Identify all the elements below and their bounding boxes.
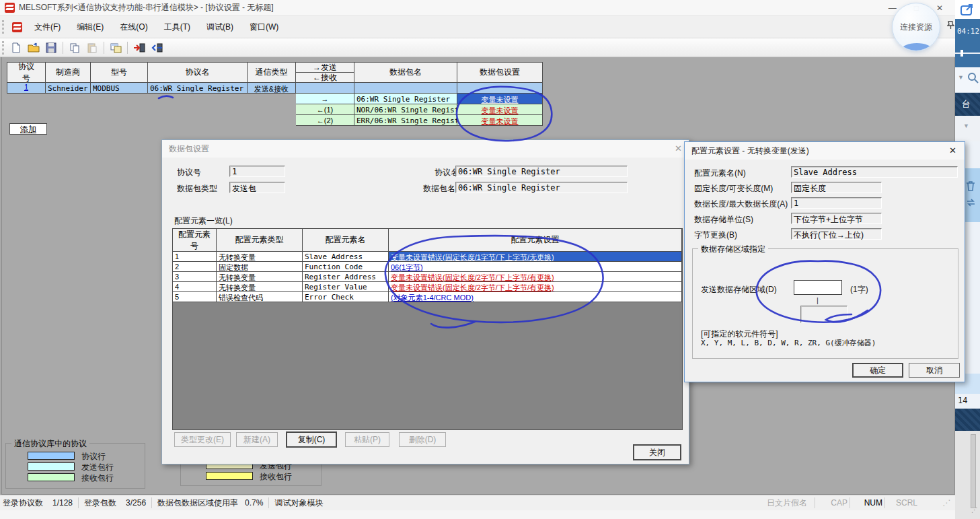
pin-icon[interactable] [947, 21, 954, 30]
ok-button[interactable]: 确定 [852, 363, 903, 378]
bubble-label: 连接资源 [900, 22, 932, 33]
element-row-name[interactable]: Function Code [303, 262, 389, 272]
element-row-name[interactable]: Error Check [303, 292, 389, 302]
menu-edit[interactable]: 编辑(E) [69, 19, 112, 36]
element-row-no[interactable]: 5 [173, 292, 217, 302]
background-app-station-row[interactable]: 台 [955, 93, 980, 116]
protocol-no-field[interactable]: 1 [229, 166, 285, 177]
add-protocol-button[interactable]: 添加 [9, 123, 47, 135]
packet-row-dir[interactable]: → [296, 94, 354, 104]
element-row-name[interactable]: Register Address [303, 272, 389, 282]
share-icon[interactable] [960, 3, 975, 16]
dialog-title: 数据包设置 [162, 140, 689, 158]
packet-row-name[interactable]: 06:WR Single Register [354, 94, 457, 104]
packet-name-field[interactable]: 06:WR Single Register [455, 182, 628, 193]
element-row-type[interactable]: 错误检查代码 [217, 292, 303, 302]
cancel-button[interactable]: 取消 [909, 363, 960, 378]
close-icon[interactable]: ✕ [675, 143, 682, 153]
repeat-icon[interactable] [966, 198, 976, 207]
menu-online[interactable]: 在线(O) [112, 19, 155, 36]
menu-debug[interactable]: 调试(B) [198, 19, 241, 36]
element-row-type[interactable]: 固定数据 [217, 262, 303, 272]
menu-window[interactable]: 窗口(W) [241, 19, 287, 36]
length-type-label: 固定长度/可变长度(M) [694, 183, 773, 195]
packet-row-name[interactable]: NOR/06:WR Single Register [354, 104, 457, 115]
data-length-field[interactable]: 1 [791, 197, 882, 209]
minimize-button[interactable]: — [889, 3, 897, 13]
secondary-storage-input[interactable] [800, 306, 847, 323]
protocol-row-packet-name-cell[interactable] [354, 83, 457, 94]
delete-button[interactable]: 删除(D) [399, 432, 446, 447]
close-button[interactable]: ✕ [936, 3, 943, 13]
save-icon[interactable] [43, 40, 59, 55]
protocol-row-comm-type[interactable]: 发送&接收 [248, 83, 296, 94]
element-row-no[interactable]: 3 [173, 272, 217, 282]
element-row-setting-error[interactable]: 变量未设置错误(固定长度/2字节/下上字节/有更换) [389, 282, 682, 292]
read-from-module-icon[interactable] [149, 40, 165, 55]
element-row-no[interactable]: 4 [173, 282, 217, 292]
protocol-row-no[interactable]: 1 [7, 83, 46, 94]
status-value: 3/256 [126, 498, 146, 508]
element-row-name[interactable]: Register Value [303, 282, 389, 292]
send-storage-area-input[interactable] [794, 280, 842, 295]
length-type-field[interactable]: 固定长度 [791, 182, 882, 193]
protocol-row-dir-cell[interactable] [296, 83, 354, 94]
element-name-field[interactable]: Slave Address [791, 166, 958, 178]
new-file-icon[interactable] [8, 40, 24, 55]
element-row-setting-link[interactable]: 06(1字节) [389, 262, 682, 272]
packet-row-dir[interactable]: ←(1) [296, 104, 354, 115]
change-type-button[interactable]: 类型更改(E) [174, 432, 231, 447]
legend-swatch-recv-line [28, 473, 75, 481]
row-number: 14 [958, 396, 967, 405]
element-row-name[interactable]: Slave Address [303, 252, 389, 262]
chevron-down-icon[interactable]: ▼ [963, 123, 969, 129]
packet-row-setting-selected[interactable]: 变量未设置 [457, 94, 543, 104]
connect-resource-bubble[interactable]: 连接资源 [892, 3, 940, 51]
element-row-setting-selected[interactable]: 变量未设置错误(固定长度/1字节/下上字节/无更换) [389, 252, 682, 262]
copy-button[interactable]: 复制(C) [286, 431, 337, 448]
scrollbar[interactable] [971, 434, 976, 508]
slider-track[interactable] [955, 53, 980, 54]
title-bar: MELSOFT系列<通信协议支持功能-串行通信模块> - [协议设置 - 无标题… [0, 0, 955, 16]
protocol-name-field[interactable]: 06:WR Single Register [455, 166, 628, 177]
search-icon[interactable] [967, 72, 979, 83]
close-icon[interactable]: ✕ [949, 145, 956, 155]
open-file-icon[interactable] [26, 40, 42, 55]
element-row-type[interactable]: 无转换变量 [217, 282, 303, 292]
col-header-protocol-name: 协议名 [148, 62, 248, 83]
packet-row-name[interactable]: ERR/06:WR Single Register [354, 115, 457, 126]
new-button[interactable]: 新建(A) [236, 432, 278, 447]
chevron-down-icon[interactable]: ▼ [958, 74, 964, 81]
packet-row-setting[interactable]: 变量未设置 [457, 104, 543, 115]
element-row-type[interactable]: 无转换变量 [217, 252, 303, 262]
menu-file[interactable]: 文件(F) [26, 19, 69, 36]
element-row-no[interactable]: 2 [173, 262, 217, 272]
trash-icon[interactable] [966, 180, 975, 191]
element-row-setting-link[interactable]: (对象元素1-4/CRC MOD) [389, 292, 682, 302]
col-header-protocol-no: 协议 号 [7, 62, 46, 83]
protocol-row-packet-setting-cell[interactable] [457, 83, 543, 94]
close-dialog-button[interactable]: 关闭 [633, 444, 681, 460]
protocol-row-name[interactable]: 06:WR Single Register [148, 83, 248, 94]
storage-unit-field[interactable]: 下位字节+上位字节 [791, 213, 882, 224]
slider-knob[interactable] [960, 50, 963, 57]
menu-tools[interactable]: 工具(T) [156, 19, 198, 36]
packet-row-dir[interactable]: ←(2) [296, 115, 354, 126]
byte-swap-field[interactable]: 不执行(下位→上位) [791, 228, 882, 240]
packet-type-field[interactable]: 发送包 [229, 182, 285, 193]
element-row-no[interactable]: 1 [173, 252, 217, 262]
paste-icon[interactable] [84, 40, 100, 55]
write-to-module-icon[interactable] [131, 40, 147, 55]
protocol-row-manufacturer[interactable]: Schneider E [46, 83, 91, 94]
duplicate-window-icon[interactable] [108, 40, 124, 55]
resize-grip-icon[interactable]: ⋰ [971, 506, 978, 514]
resize-grip-icon[interactable]: ⋰ [942, 498, 950, 508]
element-list-label: 配置元素一览(L) [174, 215, 233, 227]
copy-icon[interactable] [67, 40, 83, 55]
element-row-setting-error[interactable]: 变量未设置错误(固定长度/2字节/下上字节/有更换) [389, 272, 682, 282]
element-row-type[interactable]: 无转换变量 [217, 272, 303, 282]
packet-row-setting[interactable]: 变量未设置 [457, 115, 543, 126]
paste-button[interactable]: 粘贴(P) [345, 432, 389, 447]
protocol-row-model[interactable]: MODBUS [91, 83, 148, 94]
background-app-station-row[interactable] [955, 409, 980, 431]
